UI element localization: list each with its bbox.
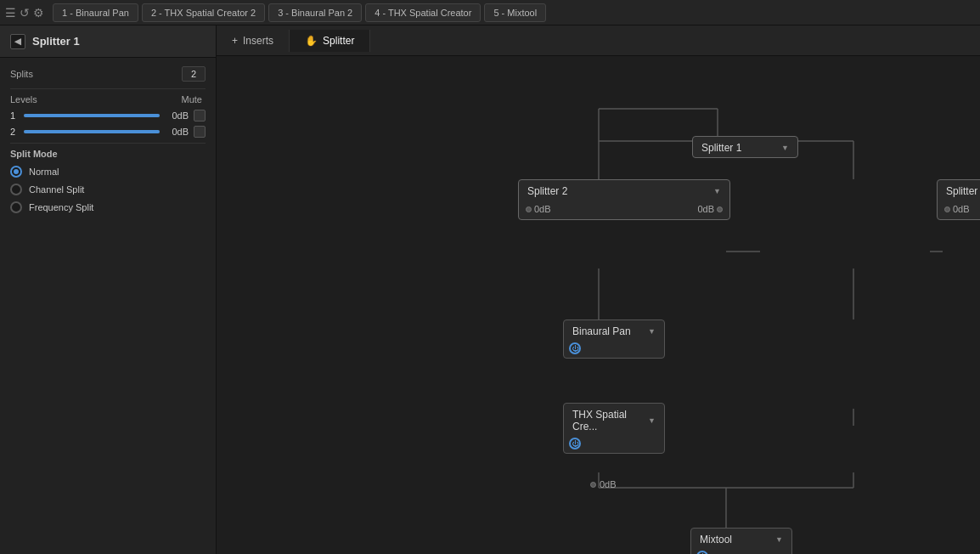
splits-label: Splits	[10, 69, 182, 79]
mixtool-title: Mixtool ▼	[691, 529, 791, 549]
node-mixtool[interactable]: Mixtool ▼ ⏻	[690, 528, 792, 554]
level-2-row: 2 0dB	[10, 126, 206, 138]
tab-inserts[interactable]: + Inserts	[217, 30, 290, 52]
panel-title: Splitter 1	[32, 35, 80, 48]
splitter2-dot-left	[526, 206, 532, 212]
separator2	[10, 143, 206, 144]
tab-binaural-pan[interactable]: 1 - Binaural Pan	[53, 3, 138, 22]
tab-thx-spatial-2[interactable]: 2 - THX Spatial Creator 2	[142, 3, 265, 22]
separator1	[10, 88, 206, 89]
right-tabs: + Inserts ✋ Splitter	[217, 25, 980, 56]
binaural-pan-power-btn[interactable]: ⏻	[569, 342, 581, 354]
tab-binaural-pan-2[interactable]: 3 - Binaural Pan 2	[268, 3, 362, 22]
thx1-power-btn[interactable]: ⏻	[569, 438, 581, 449]
hamburger-icon[interactable]: ☰	[5, 6, 16, 20]
splits-row: Splits 2	[10, 66, 206, 82]
right-panel: + Inserts ✋ Splitter	[217, 25, 980, 554]
splitter2-levels: 0dB 0dB	[519, 201, 729, 219]
splitter3-title: Splitter 3 ▼	[938, 180, 980, 201]
level-1-slider[interactable]	[24, 114, 160, 117]
left-panel-content: Splits 2 Levels Mute 1 0dB 2	[0, 58, 216, 228]
left-panel-header: ◀ Splitter 1	[0, 25, 216, 58]
splits-value[interactable]: 2	[182, 66, 206, 82]
level-2-slider[interactable]	[24, 130, 160, 133]
binaural-pan-power: ⏻	[564, 341, 664, 358]
levels-label: Levels	[10, 94, 182, 105]
split-mode-title: Split Mode	[10, 149, 206, 159]
splitter3-dot-left	[944, 206, 950, 212]
level-dot-left	[590, 482, 596, 488]
radio-channel[interactable]: Channel Split	[10, 184, 206, 195]
mixtool-label: Mixtool	[700, 534, 732, 546]
mixtool-power: ⏻	[691, 549, 791, 554]
level-1-row: 1 0dB	[10, 110, 206, 122]
mixtool-dropdown[interactable]: ▼	[775, 535, 783, 544]
tab-thx-spatial[interactable]: 4 - THX Spatial Creator	[365, 3, 481, 22]
radio-frequency-label: Frequency Split	[29, 202, 93, 212]
inserts-label: Inserts	[243, 35, 273, 47]
binaural-pan-dropdown[interactable]: ▼	[648, 327, 656, 336]
node-splitter2[interactable]: Splitter 2 ▼ 0dB 0dB	[518, 179, 730, 220]
thx1-power: ⏻	[564, 436, 664, 453]
panel-collapse-btn[interactable]: ◀	[10, 34, 25, 49]
inserts-icon: +	[232, 35, 238, 47]
level-connector-left: 0dB	[590, 479, 617, 489]
tab-splitter[interactable]: ✋ Splitter	[290, 30, 370, 52]
splitter3-db-left: 0dB	[953, 204, 970, 214]
splitter3-levels: 0dB 0dB	[938, 201, 980, 219]
splitter2-dropdown[interactable]: ▼	[713, 187, 721, 195]
binaural-pan-title: Binaural Pan ▼	[564, 320, 664, 341]
node-splitter1[interactable]: Splitter 1 ▼	[692, 136, 798, 158]
radio-channel-label: Channel Split	[29, 184, 84, 195]
main-layout: ◀ Splitter 1 Splits 2 Levels Mute 1 0dB	[0, 25, 980, 554]
splitter3-level-left: 0dB	[944, 204, 970, 214]
refresh-icon[interactable]: ↺	[20, 6, 30, 20]
level-2-value: 0dB	[165, 127, 189, 137]
thx1-title: THX Spatial Cre... ▼	[564, 404, 664, 436]
radio-normal-label: Normal	[29, 167, 59, 177]
splitter2-level-left: 0dB	[526, 204, 551, 214]
left-panel: ◀ Splitter 1 Splits 2 Levels Mute 1 0dB	[0, 25, 217, 554]
radio-channel-circle	[10, 184, 22, 195]
top-bar: ☰ ↺ ⚙ 1 - Binaural Pan 2 - THX Spatial C…	[0, 0, 980, 25]
level-2-num: 2	[10, 127, 19, 137]
radio-frequency-circle	[10, 201, 22, 213]
binaural-pan-label: Binaural Pan	[572, 325, 631, 337]
level-2-mute[interactable]	[194, 126, 206, 138]
splitter3-label: Splitter 3	[946, 185, 980, 197]
mixtool-power-btn[interactable]: ⏻	[696, 551, 708, 554]
splitter1-dropdown[interactable]: ▼	[781, 144, 789, 152]
splitter2-level-right: 0dB	[697, 204, 723, 214]
splitter2-label: Splitter 2	[527, 185, 567, 197]
splitter1-label: Splitter 1	[701, 142, 741, 154]
toolbar-icons: ☰ ↺ ⚙	[5, 6, 44, 20]
thx1-label: THX Spatial Cre...	[572, 409, 645, 432]
thx1-dropdown[interactable]: ▼	[648, 416, 656, 425]
graph-icon[interactable]: ⚙	[33, 6, 44, 20]
tab-mixtool[interactable]: 5 - Mixtool	[484, 3, 546, 22]
splitter2-db-right: 0dB	[697, 204, 714, 214]
splitter2-db-left: 0dB	[534, 204, 551, 214]
node-splitter3[interactable]: Splitter 3 ▼ 0dB 0dB	[937, 179, 980, 220]
splitter1-title: Splitter 1 ▼	[693, 137, 797, 157]
splitter-icon: ✋	[305, 35, 318, 47]
canvas-area: Splitter 1 ▼ Splitter 2 ▼ 0dB 0dB	[217, 56, 980, 554]
node-thx-spatial-1[interactable]: THX Spatial Cre... ▼ ⏻	[563, 403, 665, 454]
mute-label: Mute	[182, 94, 202, 105]
level-1-num: 1	[10, 110, 19, 121]
splitter2-title: Splitter 2 ▼	[519, 180, 729, 201]
level-1-value: 0dB	[165, 110, 189, 121]
radio-frequency[interactable]: Frequency Split	[10, 201, 206, 213]
splitter2-dot-right	[717, 206, 723, 212]
levels-header: Levels Mute	[10, 94, 206, 105]
level-1-mute[interactable]	[194, 110, 206, 122]
splitter-label: Splitter	[323, 35, 354, 47]
radio-normal-circle	[10, 166, 22, 178]
radio-normal[interactable]: Normal	[10, 166, 206, 178]
level-db-left: 0dB	[600, 479, 617, 489]
node-binaural-pan[interactable]: Binaural Pan ▼ ⏻	[563, 319, 665, 359]
